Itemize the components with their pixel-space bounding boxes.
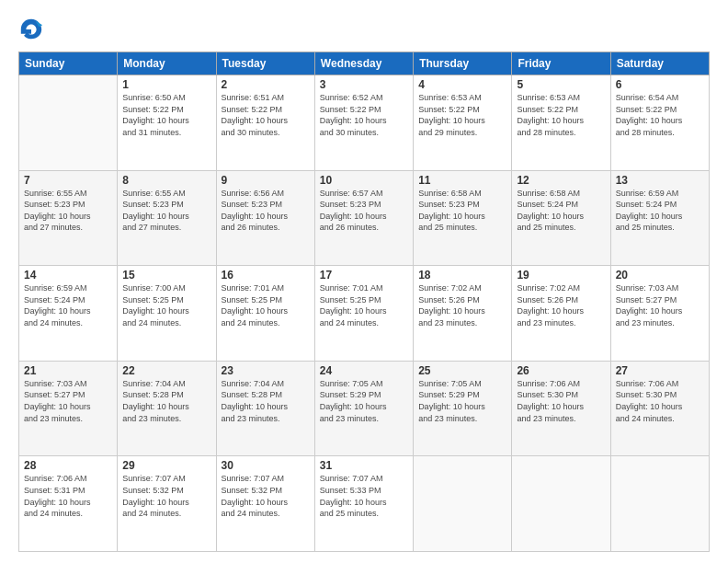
day-number: 6 bbox=[616, 78, 704, 91]
calendar-cell: 18Sunrise: 7:02 AMSunset: 5:26 PMDayligh… bbox=[414, 266, 512, 362]
calendar-cell: 9Sunrise: 6:56 AMSunset: 5:23 PMDaylight… bbox=[216, 170, 314, 266]
day-number: 1 bbox=[122, 78, 210, 91]
day-number: 31 bbox=[320, 459, 408, 472]
calendar-cell: 10Sunrise: 6:57 AMSunset: 5:23 PMDayligh… bbox=[314, 170, 413, 266]
calendar-cell: 30Sunrise: 7:07 AMSunset: 5:32 PMDayligh… bbox=[216, 456, 314, 552]
calendar-cell: 5Sunrise: 6:53 AMSunset: 5:22 PMDaylight… bbox=[512, 75, 610, 171]
calendar-cell: 12Sunrise: 6:58 AMSunset: 5:24 PMDayligh… bbox=[512, 170, 610, 266]
calendar-cell: 28Sunrise: 7:06 AMSunset: 5:31 PMDayligh… bbox=[19, 456, 118, 552]
day-info: Sunrise: 7:03 AMSunset: 5:27 PMDaylight:… bbox=[24, 378, 112, 424]
day-info: Sunrise: 6:51 AMSunset: 5:22 PMDaylight:… bbox=[222, 92, 310, 138]
day-info: Sunrise: 7:07 AMSunset: 5:32 PMDaylight:… bbox=[122, 473, 210, 519]
logo bbox=[18, 17, 46, 42]
day-info: Sunrise: 6:56 AMSunset: 5:23 PMDaylight:… bbox=[222, 188, 310, 234]
calendar-cell: 31Sunrise: 7:07 AMSunset: 5:33 PMDayligh… bbox=[314, 456, 413, 552]
calendar-week-row: 7Sunrise: 6:55 AMSunset: 5:23 PMDaylight… bbox=[19, 170, 710, 266]
day-info: Sunrise: 7:06 AMSunset: 5:30 PMDaylight:… bbox=[616, 378, 704, 424]
day-info: Sunrise: 7:01 AMSunset: 5:25 PMDaylight:… bbox=[320, 282, 408, 328]
weekday-header-wednesday: Wednesday bbox=[314, 52, 413, 75]
weekday-header-saturday: Saturday bbox=[610, 52, 709, 75]
day-info: Sunrise: 7:03 AMSunset: 5:27 PMDaylight:… bbox=[616, 282, 704, 328]
day-number: 17 bbox=[320, 269, 408, 282]
calendar-week-row: 28Sunrise: 7:06 AMSunset: 5:31 PMDayligh… bbox=[19, 456, 710, 552]
calendar-cell: 24Sunrise: 7:05 AMSunset: 5:29 PMDayligh… bbox=[314, 361, 413, 456]
day-number: 25 bbox=[418, 364, 506, 377]
day-info: Sunrise: 6:52 AMSunset: 5:22 PMDaylight:… bbox=[320, 92, 408, 138]
day-number: 21 bbox=[24, 364, 112, 377]
calendar-cell bbox=[414, 456, 512, 552]
day-number: 13 bbox=[616, 174, 704, 187]
day-number: 30 bbox=[222, 459, 310, 472]
day-number: 27 bbox=[616, 364, 704, 377]
calendar-cell: 1Sunrise: 6:50 AMSunset: 5:22 PMDaylight… bbox=[118, 75, 216, 171]
calendar-cell bbox=[19, 75, 118, 171]
day-info: Sunrise: 7:01 AMSunset: 5:25 PMDaylight:… bbox=[222, 282, 310, 328]
calendar-week-row: 14Sunrise: 6:59 AMSunset: 5:24 PMDayligh… bbox=[19, 266, 710, 362]
day-number: 14 bbox=[24, 269, 112, 282]
calendar-cell: 17Sunrise: 7:01 AMSunset: 5:25 PMDayligh… bbox=[314, 266, 413, 362]
calendar-week-row: 1Sunrise: 6:50 AMSunset: 5:22 PMDaylight… bbox=[19, 75, 710, 171]
day-number: 2 bbox=[222, 78, 310, 91]
calendar-cell: 26Sunrise: 7:06 AMSunset: 5:30 PMDayligh… bbox=[512, 361, 610, 456]
calendar-cell: 22Sunrise: 7:04 AMSunset: 5:28 PMDayligh… bbox=[118, 361, 216, 456]
calendar-cell: 15Sunrise: 7:00 AMSunset: 5:25 PMDayligh… bbox=[118, 266, 216, 362]
day-info: Sunrise: 6:58 AMSunset: 5:23 PMDaylight:… bbox=[418, 188, 506, 234]
logo-icon bbox=[18, 17, 44, 42]
calendar-cell: 8Sunrise: 6:55 AMSunset: 5:23 PMDaylight… bbox=[118, 170, 216, 266]
weekday-header-thursday: Thursday bbox=[414, 52, 512, 75]
day-number: 15 bbox=[122, 269, 210, 282]
calendar-cell: 4Sunrise: 6:53 AMSunset: 5:22 PMDaylight… bbox=[414, 75, 512, 171]
calendar-cell: 2Sunrise: 6:51 AMSunset: 5:22 PMDaylight… bbox=[216, 75, 314, 171]
day-info: Sunrise: 7:04 AMSunset: 5:28 PMDaylight:… bbox=[222, 378, 310, 424]
calendar-cell: 14Sunrise: 6:59 AMSunset: 5:24 PMDayligh… bbox=[19, 266, 118, 362]
calendar-cell: 3Sunrise: 6:52 AMSunset: 5:22 PMDaylight… bbox=[314, 75, 413, 171]
calendar-cell: 16Sunrise: 7:01 AMSunset: 5:25 PMDayligh… bbox=[216, 266, 314, 362]
day-info: Sunrise: 6:59 AMSunset: 5:24 PMDaylight:… bbox=[616, 188, 704, 234]
day-info: Sunrise: 6:54 AMSunset: 5:22 PMDaylight:… bbox=[616, 92, 704, 138]
day-number: 7 bbox=[24, 174, 112, 187]
day-number: 20 bbox=[616, 269, 704, 282]
day-info: Sunrise: 7:07 AMSunset: 5:32 PMDaylight:… bbox=[222, 473, 310, 519]
day-info: Sunrise: 7:05 AMSunset: 5:29 PMDaylight:… bbox=[418, 378, 506, 424]
calendar-cell bbox=[512, 456, 610, 552]
day-info: Sunrise: 7:04 AMSunset: 5:28 PMDaylight:… bbox=[122, 378, 210, 424]
calendar-week-row: 21Sunrise: 7:03 AMSunset: 5:27 PMDayligh… bbox=[19, 361, 710, 456]
day-number: 24 bbox=[320, 364, 408, 377]
day-info: Sunrise: 6:53 AMSunset: 5:22 PMDaylight:… bbox=[517, 92, 605, 138]
day-info: Sunrise: 7:05 AMSunset: 5:29 PMDaylight:… bbox=[320, 378, 408, 424]
day-info: Sunrise: 6:55 AMSunset: 5:23 PMDaylight:… bbox=[24, 188, 112, 234]
day-info: Sunrise: 6:57 AMSunset: 5:23 PMDaylight:… bbox=[320, 188, 408, 234]
day-number: 18 bbox=[418, 269, 506, 282]
calendar-cell: 29Sunrise: 7:07 AMSunset: 5:32 PMDayligh… bbox=[118, 456, 216, 552]
header bbox=[18, 17, 710, 42]
day-number: 29 bbox=[122, 459, 210, 472]
day-number: 28 bbox=[24, 459, 112, 472]
day-info: Sunrise: 7:00 AMSunset: 5:25 PMDaylight:… bbox=[122, 282, 210, 328]
day-number: 26 bbox=[517, 364, 605, 377]
calendar-cell: 20Sunrise: 7:03 AMSunset: 5:27 PMDayligh… bbox=[610, 266, 709, 362]
weekday-header-friday: Friday bbox=[512, 52, 610, 75]
day-number: 5 bbox=[517, 78, 605, 91]
day-info: Sunrise: 6:58 AMSunset: 5:24 PMDaylight:… bbox=[517, 188, 605, 234]
day-number: 4 bbox=[418, 78, 506, 91]
weekday-header-row: SundayMondayTuesdayWednesdayThursdayFrid… bbox=[19, 52, 710, 75]
day-info: Sunrise: 6:55 AMSunset: 5:23 PMDaylight:… bbox=[122, 188, 210, 234]
day-number: 9 bbox=[222, 174, 310, 187]
weekday-header-monday: Monday bbox=[118, 52, 216, 75]
calendar-cell: 21Sunrise: 7:03 AMSunset: 5:27 PMDayligh… bbox=[19, 361, 118, 456]
day-number: 16 bbox=[222, 269, 310, 282]
day-info: Sunrise: 6:53 AMSunset: 5:22 PMDaylight:… bbox=[418, 92, 506, 138]
day-info: Sunrise: 6:50 AMSunset: 5:22 PMDaylight:… bbox=[122, 92, 210, 138]
page: SundayMondayTuesdayWednesdayThursdayFrid… bbox=[0, 0, 728, 563]
day-number: 11 bbox=[418, 174, 506, 187]
calendar-cell: 6Sunrise: 6:54 AMSunset: 5:22 PMDaylight… bbox=[610, 75, 709, 171]
day-info: Sunrise: 6:59 AMSunset: 5:24 PMDaylight:… bbox=[24, 282, 112, 328]
calendar-cell bbox=[610, 456, 709, 552]
calendar-table: SundayMondayTuesdayWednesdayThursdayFrid… bbox=[18, 52, 710, 552]
day-number: 22 bbox=[122, 364, 210, 377]
calendar-cell: 13Sunrise: 6:59 AMSunset: 5:24 PMDayligh… bbox=[610, 170, 709, 266]
weekday-header-tuesday: Tuesday bbox=[216, 52, 314, 75]
day-number: 8 bbox=[122, 174, 210, 187]
calendar-cell: 25Sunrise: 7:05 AMSunset: 5:29 PMDayligh… bbox=[414, 361, 512, 456]
calendar-cell: 27Sunrise: 7:06 AMSunset: 5:30 PMDayligh… bbox=[610, 361, 709, 456]
